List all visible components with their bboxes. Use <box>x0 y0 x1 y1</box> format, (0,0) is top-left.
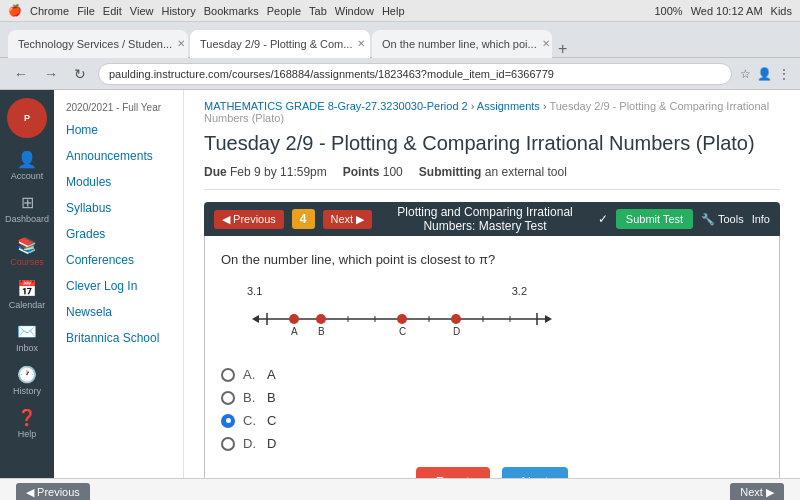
inbox-label: Inbox <box>16 343 38 353</box>
profile-icon[interactable]: 👤 <box>757 67 772 81</box>
tab-3-close[interactable]: ✕ <box>542 38 550 49</box>
browser-tab-1[interactable]: Technology Services / Studen... ✕ <box>8 30 188 58</box>
number-line-container: 3.1 3.2 <box>221 277 763 347</box>
help-menu[interactable]: Help <box>382 5 405 17</box>
choice-d-value: D <box>267 436 276 451</box>
more-icon[interactable]: ⋮ <box>778 67 790 81</box>
nav-britannica[interactable]: Britannica School <box>54 325 183 351</box>
nav-home[interactable]: Home <box>54 117 183 143</box>
back-button[interactable]: ← <box>10 64 32 84</box>
tab-menu[interactable]: Tab <box>309 5 327 17</box>
choice-c[interactable]: C. C <box>221 409 763 432</box>
apple-menu[interactable]: 🍎 <box>8 4 22 17</box>
due-date: Feb 9 by 11:59pm <box>230 165 327 179</box>
submitting-info: Submitting an external tool <box>419 165 567 179</box>
sidebar-item-courses[interactable]: 📚 Courses <box>0 232 54 271</box>
question-number: 4 <box>292 209 315 229</box>
prev-question-button[interactable]: ◀ Previous <box>214 210 284 229</box>
main-content: MATHEMATICS GRADE 8-Gray-27.3230030-Peri… <box>184 90 800 478</box>
forward-button[interactable]: → <box>40 64 62 84</box>
edit-menu[interactable]: Edit <box>103 5 122 17</box>
choice-b[interactable]: B. B <box>221 386 763 409</box>
choice-a[interactable]: A. A <box>221 363 763 386</box>
nav-conferences[interactable]: Conferences <box>54 247 183 273</box>
nav-announcements[interactable]: Announcements <box>54 143 183 169</box>
sidebar-item-help[interactable]: ❓ Help <box>0 404 54 443</box>
info-button[interactable]: Info <box>752 213 770 225</box>
tab-list: Technology Services / Studen... ✕ Tuesda… <box>8 22 792 58</box>
svg-point-20 <box>451 314 461 324</box>
nl-right-label: 3.2 <box>512 285 527 297</box>
question-nav-title: Plotting and Comparing Irrational Number… <box>380 205 590 233</box>
course-nav: 2020/2021 - Full Year Home Announcements… <box>54 90 184 478</box>
next-button[interactable]: Next <box>502 467 569 478</box>
nav-syllabus[interactable]: Syllabus <box>54 195 183 221</box>
account-label: Account <box>11 171 44 181</box>
address-input[interactable] <box>98 63 732 85</box>
number-line-svg: A B C D <box>247 299 557 339</box>
new-tab-button[interactable]: + <box>554 40 571 58</box>
nav-grades[interactable]: Grades <box>54 221 183 247</box>
bookmark-icon[interactable]: ☆ <box>740 67 751 81</box>
main-layout: P 👤 Account ⊞ Dashboard 📚 Courses 📅 Cale… <box>0 90 800 478</box>
breadcrumb: MATHEMATICS GRADE 8-Gray-27.3230030-Peri… <box>204 100 780 124</box>
browser-tab-3[interactable]: On the number line, which poi... ✕ <box>372 30 552 58</box>
refresh-button[interactable]: ↻ <box>70 64 90 84</box>
nav-modules[interactable]: Modules <box>54 169 183 195</box>
dashboard-label: Dashboard <box>5 214 49 224</box>
nav-clever[interactable]: Clever Log In <box>54 273 183 299</box>
chrome-menu[interactable]: Chrome <box>30 5 69 17</box>
tab-1-close[interactable]: ✕ <box>177 38 185 49</box>
nav-newsela[interactable]: Newsela <box>54 299 183 325</box>
history-menu[interactable]: History <box>161 5 195 17</box>
radio-b[interactable] <box>221 391 235 405</box>
breadcrumb-course[interactable]: MATHEMATICS GRADE 8-Gray-27.3230030-Peri… <box>204 100 468 112</box>
bottom-prev-button[interactable]: ◀ Previous <box>16 483 90 500</box>
choice-d[interactable]: D. D <box>221 432 763 455</box>
bottom-next-button[interactable]: Next ▶ <box>730 483 784 500</box>
svg-text:A: A <box>291 326 298 337</box>
window-menu[interactable]: Window <box>335 5 374 17</box>
radio-a[interactable] <box>221 368 235 382</box>
mac-menubar: 🍎 Chrome File Edit View History Bookmark… <box>0 0 800 22</box>
tab-2-label: Tuesday 2/9 - Plotting & Com... <box>200 38 352 50</box>
reset-button[interactable]: Reset <box>416 467 490 478</box>
courses-icon: 📚 <box>17 236 37 255</box>
tab-2-close[interactable]: ✕ <box>357 38 365 49</box>
due-label: Due Feb 9 by 11:59pm <box>204 165 327 179</box>
sidebar-item-history[interactable]: 🕐 History <box>0 361 54 400</box>
svg-point-18 <box>397 314 407 324</box>
help-icon: ❓ <box>17 408 37 427</box>
browser-tab-2[interactable]: Tuesday 2/9 - Plotting & Com... ✕ <box>190 30 370 58</box>
radio-d[interactable] <box>221 437 235 451</box>
breadcrumb-assignments[interactable]: Assignments <box>477 100 540 112</box>
bottom-navigation: ◀ Previous Next ▶ <box>0 478 800 500</box>
history-label: History <box>13 386 41 396</box>
page-title: Tuesday 2/9 - Plotting & Comparing Irrat… <box>204 132 780 155</box>
nl-left-label: 3.1 <box>247 285 262 297</box>
due-info-bar: Due Feb 9 by 11:59pm Points 100 Submitti… <box>204 165 780 190</box>
tab-1-label: Technology Services / Studen... <box>18 38 172 50</box>
calendar-icon: 📅 <box>17 279 37 298</box>
choice-a-letter: A. <box>243 367 259 382</box>
svg-marker-2 <box>545 315 552 323</box>
sidebar-item-dashboard[interactable]: ⊞ Dashboard <box>0 189 54 228</box>
mac-menus: 🍎 Chrome File Edit View History Bookmark… <box>8 4 405 17</box>
sidebar-item-calendar[interactable]: 📅 Calendar <box>0 275 54 314</box>
sidebar-item-account[interactable]: 👤 Account <box>0 146 54 185</box>
question-frame: On the number line, which point is close… <box>204 236 780 478</box>
action-buttons: Reset Next <box>221 467 763 478</box>
view-menu[interactable]: View <box>130 5 154 17</box>
radio-c[interactable] <box>221 414 235 428</box>
choice-a-value: A <box>267 367 276 382</box>
sidebar-item-inbox[interactable]: ✉️ Inbox <box>0 318 54 357</box>
bookmarks-menu[interactable]: Bookmarks <box>204 5 259 17</box>
file-menu[interactable]: File <box>77 5 95 17</box>
people-menu[interactable]: People <box>267 5 301 17</box>
choice-c-value: C <box>267 413 276 428</box>
submit-test-button[interactable]: Submit Test <box>616 209 693 229</box>
tools-button[interactable]: 🔧 Tools <box>701 213 744 226</box>
next-question-button[interactable]: Next ▶ <box>323 210 373 229</box>
course-year: 2020/2021 - Full Year <box>54 98 183 117</box>
question-text: On the number line, which point is close… <box>221 252 763 267</box>
